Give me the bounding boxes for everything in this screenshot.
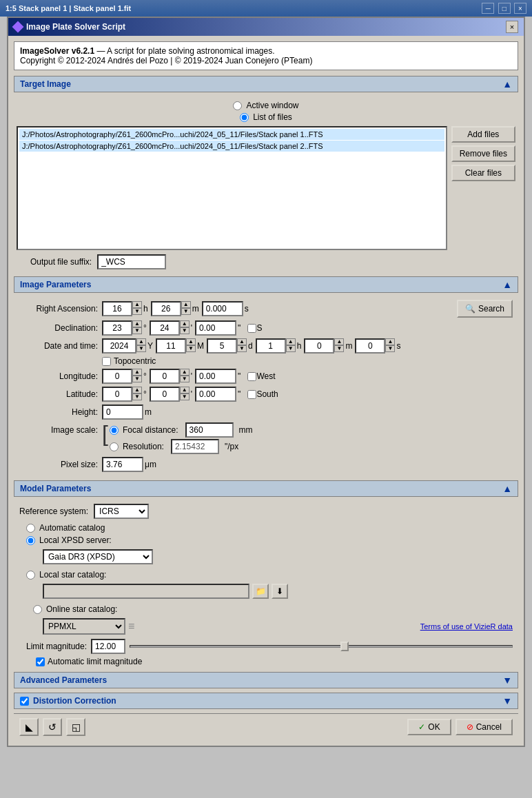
reference-system-select[interactable]: ICRS J2000 B1950 xyxy=(94,504,149,519)
clear-files-button[interactable]: Clear files xyxy=(451,165,515,181)
online-catalog-radio[interactable] xyxy=(33,605,42,614)
lon-min-up[interactable]: ▲ xyxy=(180,369,190,376)
day-down[interactable]: ▼ xyxy=(237,345,247,352)
day-input[interactable] xyxy=(207,338,237,354)
local-star-catalog-radio[interactable] xyxy=(26,571,35,580)
minute-input[interactable] xyxy=(304,338,334,354)
focal-distance-radio[interactable] xyxy=(110,426,119,435)
model-parameters-section-header[interactable]: Model Parameters ▲ xyxy=(14,480,518,497)
xpsd-catalog-select[interactable]: Gaia DR3 (XPSD) Gaia DR2 (XPSD) xyxy=(43,549,153,564)
advanced-parameters-collapse-icon[interactable]: ▼ xyxy=(502,675,512,686)
dialog-close-button[interactable]: × xyxy=(506,21,518,33)
reset-button[interactable]: ↺ xyxy=(43,718,62,736)
advanced-parameters-section-header[interactable]: Advanced Parameters ▼ xyxy=(14,672,518,688)
lat-min-down[interactable]: ▼ xyxy=(180,393,190,400)
second-down[interactable]: ▼ xyxy=(385,345,395,352)
lat-sec-input[interactable] xyxy=(195,387,236,402)
ra-s-input[interactable] xyxy=(202,301,243,316)
ra-h-down[interactable]: ▼ xyxy=(132,308,142,315)
target-image-section-header[interactable]: Target Image ▲ xyxy=(14,76,518,92)
second-input[interactable] xyxy=(355,338,385,354)
maximize-button[interactable]: □ xyxy=(498,3,511,14)
slider-thumb[interactable] xyxy=(340,642,349,651)
year-up[interactable]: ▲ xyxy=(136,338,146,345)
year-down[interactable]: ▼ xyxy=(136,345,146,352)
resolution-radio[interactable] xyxy=(110,442,119,451)
lon-deg-up[interactable]: ▲ xyxy=(132,369,142,376)
active-window-radio[interactable] xyxy=(233,101,242,110)
minimize-button[interactable]: ─ xyxy=(482,3,494,14)
distortion-correction-section-header[interactable]: Distortion Correction ▼ xyxy=(14,693,518,709)
dec-min-input[interactable] xyxy=(150,320,180,336)
image-parameters-section-header[interactable]: Image Parameters ▲ xyxy=(14,276,518,293)
dec-min-down[interactable]: ▼ xyxy=(180,327,190,334)
files-list[interactable]: J:/Photos/Astrophotography/Z61_2600mcPro… xyxy=(17,126,447,250)
ra-h-input[interactable] xyxy=(102,301,132,316)
month-down[interactable]: ▼ xyxy=(186,345,196,352)
day-up[interactable]: ▲ xyxy=(237,338,247,345)
list-of-files-radio[interactable] xyxy=(240,113,249,122)
auto-limit-checkbox[interactable] xyxy=(36,657,45,666)
image-parameters-collapse-icon[interactable]: ▲ xyxy=(502,279,512,290)
month-input[interactable] xyxy=(156,338,186,354)
minute-up[interactable]: ▲ xyxy=(334,338,344,345)
lat-min-input[interactable] xyxy=(150,387,180,402)
cancel-button[interactable]: ⊘ Cancel xyxy=(456,719,513,735)
ppmxl-select[interactable]: PPMXL UCAC4 TYCHO-2 xyxy=(43,618,125,635)
lat-min-up[interactable]: ▲ xyxy=(180,387,190,393)
second-up[interactable]: ▲ xyxy=(385,338,395,345)
ra-h-up[interactable]: ▲ xyxy=(132,301,142,308)
focal-value-input[interactable] xyxy=(185,422,234,438)
topocentric-checkbox[interactable] xyxy=(102,357,111,366)
ra-m-down[interactable]: ▼ xyxy=(181,308,191,315)
lon-sec-input[interactable] xyxy=(195,369,236,384)
dec-min-up[interactable]: ▲ xyxy=(180,320,190,327)
model-parameters-collapse-icon[interactable]: ▲ xyxy=(502,483,512,494)
new-script-button[interactable]: ◣ xyxy=(19,718,39,736)
browse-catalog-button[interactable]: 📁 xyxy=(252,584,269,599)
hour-down[interactable]: ▼ xyxy=(286,345,296,352)
remove-files-button[interactable]: Remove files xyxy=(451,145,515,162)
hour-up[interactable]: ▲ xyxy=(286,338,296,345)
search-button[interactable]: 🔍 Search xyxy=(457,300,513,318)
file-item-1[interactable]: J:/Photos/Astrophotography/Z61_2600mcPro… xyxy=(19,129,444,140)
lat-deg-down[interactable]: ▼ xyxy=(132,393,142,400)
height-input[interactable] xyxy=(102,405,143,420)
lon-min-down[interactable]: ▼ xyxy=(180,376,190,382)
lon-deg-down[interactable]: ▼ xyxy=(132,376,142,382)
s-checkbox[interactable] xyxy=(247,324,256,333)
dec-sec-input[interactable] xyxy=(195,320,236,336)
distortion-correction-checkbox[interactable] xyxy=(20,697,29,706)
distortion-correction-collapse-icon[interactable]: ▼ xyxy=(502,695,512,706)
automatic-catalog-radio[interactable] xyxy=(26,524,35,533)
resolution-value-input[interactable] xyxy=(171,439,219,454)
lon-min-input[interactable] xyxy=(150,369,180,384)
minute-down[interactable]: ▼ xyxy=(334,345,344,352)
month-up[interactable]: ▲ xyxy=(186,338,196,345)
pixel-size-input[interactable] xyxy=(102,457,143,472)
lat-deg-input[interactable] xyxy=(102,387,132,402)
ra-m-input[interactable] xyxy=(151,301,181,316)
ra-m-up[interactable]: ▲ xyxy=(181,301,191,308)
output-suffix-input[interactable] xyxy=(97,254,166,269)
local-catalog-path-input[interactable] xyxy=(43,584,249,599)
limit-magnitude-input[interactable] xyxy=(91,639,125,654)
west-checkbox[interactable] xyxy=(247,372,256,381)
lat-deg-up[interactable]: ▲ xyxy=(132,387,142,393)
close-outer-button[interactable]: × xyxy=(514,3,526,14)
dec-deg-up[interactable]: ▲ xyxy=(132,320,142,327)
dec-deg-input[interactable] xyxy=(102,320,132,336)
south-checkbox[interactable] xyxy=(247,390,256,399)
save-script-button[interactable]: ◱ xyxy=(66,718,85,736)
target-image-collapse-icon[interactable]: ▲ xyxy=(502,79,512,90)
add-files-button[interactable]: Add files xyxy=(451,126,515,143)
terms-of-use-link[interactable]: Terms of use of VizieR data xyxy=(420,622,513,631)
file-item-2[interactable]: J:/Photos/Astrophotography/Z61_2600mcPro… xyxy=(19,141,444,152)
hour-input[interactable] xyxy=(256,338,286,354)
dec-deg-down[interactable]: ▼ xyxy=(132,327,142,334)
download-catalog-button[interactable]: ⬇ xyxy=(272,584,288,599)
local-xpsd-radio[interactable] xyxy=(26,536,35,545)
lon-deg-input[interactable] xyxy=(102,369,132,384)
year-input[interactable] xyxy=(102,338,136,354)
ok-button[interactable]: ✓ OK xyxy=(407,719,451,735)
